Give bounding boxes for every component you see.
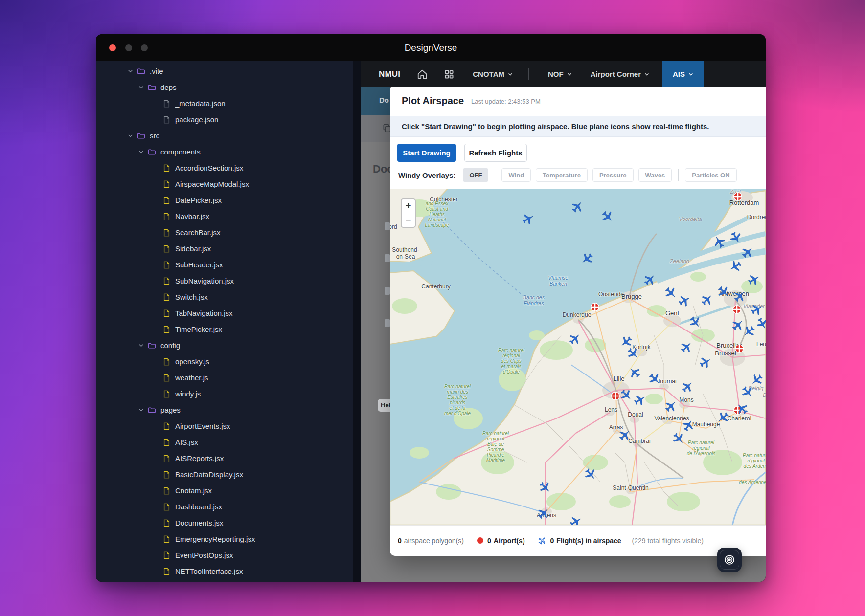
airport-marker[interactable]: [590, 302, 600, 312]
windy-option-pressure[interactable]: Pressure: [592, 168, 634, 182]
file-icon: [162, 212, 171, 220]
zoom-in-button[interactable]: +: [402, 199, 415, 213]
background-help-button-partial[interactable]: Hel: [378, 399, 390, 412]
chevron-down-icon[interactable]: [137, 84, 145, 91]
tree-folder-components[interactable]: components: [96, 144, 353, 160]
windy-particles-button[interactable]: Particles ON: [685, 168, 736, 182]
file-tree: .vitedeps_metadata.jsonpackage.jsonsrcco…: [96, 63, 353, 579]
airport-marker[interactable]: [733, 192, 743, 201]
tree-file-tabnavigation-jsx[interactable]: TabNavigation.jsx: [96, 305, 353, 321]
background-fragment: [385, 254, 390, 262]
background-tab-label: Do: [379, 96, 389, 104]
file-icon: [162, 486, 171, 495]
tree-file-accordionsection-jsx[interactable]: AccordionSection.jsx: [96, 160, 353, 176]
tree-file-subheader-jsx[interactable]: SubHeader.jsx: [96, 257, 353, 273]
app-window: DesignVerse .vitedeps_metadata.jsonpacka…: [96, 34, 766, 582]
tree-file-switch-jsx[interactable]: Switch.jsx: [96, 289, 353, 305]
windy-option-waves[interactable]: Waves: [638, 168, 672, 182]
windy-off-button[interactable]: OFF: [463, 168, 488, 182]
tree-file-weather-js[interactable]: weather.js: [96, 370, 353, 386]
nav-item-ais[interactable]: AIS: [662, 61, 704, 87]
background-fragment: [385, 287, 390, 295]
windy-option-temperature[interactable]: Temperature: [536, 168, 588, 182]
plot-airspace-modal: Plot Airspace Last update: 2:43:53 PM Cl…: [390, 86, 766, 556]
tree-file-searchbar-jsx[interactable]: SearchBar.jsx: [96, 224, 353, 241]
flight-count: 0: [550, 537, 554, 545]
airspace-map[interactable]: + − Southend- on-SeaCanterburyColchester…: [390, 189, 766, 525]
chevron-down-icon[interactable]: [137, 342, 145, 350]
titlebar: DesignVerse: [96, 34, 766, 61]
tree-file-timepicker-jsx[interactable]: TimePicker.jsx: [96, 321, 353, 337]
windy-overlays-label: Windy Overlays:: [398, 171, 455, 179]
brand-nmui[interactable]: NMUI: [379, 69, 400, 79]
airport-marker[interactable]: [733, 405, 743, 415]
map-status-bar: 0 airspace polygon(s) 0 Airport(s) 0 Fli…: [390, 525, 766, 555]
tree-file-opensky-js[interactable]: opensky.js: [96, 353, 353, 370]
windy-option-wind[interactable]: Wind: [501, 168, 531, 182]
file-icon: [162, 438, 171, 446]
tree-file-navbar-jsx[interactable]: Navbar.jsx: [96, 208, 353, 224]
home-icon[interactable]: [417, 69, 428, 80]
tree-file-airspacemapmodal-jsx[interactable]: AirspaceMapModal.jsx: [96, 176, 353, 192]
nav-item-airport-corner[interactable]: Airport Corner: [591, 61, 649, 87]
tree-file-windy-js[interactable]: windy.js: [96, 386, 353, 402]
folder-icon: [148, 83, 156, 91]
zoom-out-button[interactable]: −: [402, 213, 415, 227]
windy-divider: [495, 169, 495, 181]
airport-label: Airport(s): [494, 537, 525, 545]
main-panel: NMUI CNOTAMNOFAirport CornerAIS Do Docu …: [361, 61, 766, 582]
tree-folder-pages[interactable]: pages: [96, 402, 353, 418]
tree-folder-src[interactable]: src: [96, 128, 353, 144]
file-icon: [162, 454, 171, 462]
background-toolbar-strip: [361, 115, 390, 142]
window-title: DesignVerse: [96, 34, 766, 61]
tree-file-eventpostops-jsx[interactable]: EventPostOps.jsx: [96, 547, 353, 563]
tree-file-ais-jsx[interactable]: AIS.jsx: [96, 434, 353, 450]
nav-item-nof[interactable]: NOF: [548, 61, 572, 87]
tree-file-documents-jsx[interactable]: Documents.jsx: [96, 515, 353, 531]
tree-file-subnavigation-jsx[interactable]: SubNavigation.jsx: [96, 273, 353, 289]
folder-icon: [148, 341, 156, 350]
top-navbar: NMUI CNOTAMNOFAirport CornerAIS: [361, 61, 766, 87]
file-icon: [162, 374, 171, 382]
locate-target-button[interactable]: [717, 548, 742, 572]
background-fragment: [385, 319, 390, 327]
refresh-flights-button[interactable]: Refresh Flights: [464, 144, 527, 162]
tree-file-emergencyreporting-jsx[interactable]: EmergencyReporting.jsx: [96, 531, 353, 547]
tree-folder-config[interactable]: config: [96, 337, 353, 353]
grid-icon[interactable]: [444, 69, 454, 79]
chevron-down-icon[interactable]: [137, 406, 145, 414]
airport-marker[interactable]: [732, 305, 742, 314]
chevron-down-icon[interactable]: [137, 148, 145, 156]
nav-item-cnotam[interactable]: CNOTAM: [473, 61, 513, 87]
polygon-count: 0: [398, 537, 402, 545]
airport-marker[interactable]: [611, 391, 620, 401]
file-icon: [162, 503, 171, 511]
tree-file-nettoolinterface-jsx[interactable]: NETToolInterface.jsx: [96, 563, 353, 579]
tree-file-aisreports-jsx[interactable]: AISReports.jsx: [96, 450, 353, 466]
polygon-label: airspace polygon(s): [404, 537, 464, 545]
folder-icon: [137, 132, 145, 140]
tree-file-cnotam-jsx[interactable]: Cnotam.jsx: [96, 483, 353, 499]
tree-file-basicdatadisplay-jsx[interactable]: BasicDataDisplay.jsx: [96, 466, 353, 483]
tree-folder-deps[interactable]: deps: [96, 79, 353, 95]
flight-plane-icon: [538, 536, 546, 545]
tree-file-airportevents-jsx[interactable]: AirportEvents.jsx: [96, 418, 353, 434]
airport-marker[interactable]: [734, 344, 744, 353]
file-icon: [162, 390, 171, 398]
tree-file-datepicker-jsx[interactable]: DatePicker.jsx: [96, 192, 353, 208]
file-icon: [162, 309, 171, 317]
chevron-down-icon[interactable]: [126, 67, 134, 75]
file-icon: [162, 293, 171, 301]
start-drawing-button[interactable]: Start Drawing: [397, 144, 456, 162]
tree-file-package-json[interactable]: package.json: [96, 111, 353, 128]
tree-file-dashboard-jsx[interactable]: Dashboard.jsx: [96, 499, 353, 515]
tree-file--metadata-json[interactable]: _metadata.json: [96, 95, 353, 111]
file-icon: [162, 115, 171, 124]
folder-icon: [137, 67, 145, 75]
map-zoom-control: + −: [401, 198, 416, 228]
tree-file-sidebar-jsx[interactable]: Sidebar.jsx: [96, 241, 353, 257]
tree-folder--vite[interactable]: .vite: [96, 63, 353, 79]
file-icon: [162, 277, 171, 285]
chevron-down-icon[interactable]: [126, 132, 134, 140]
